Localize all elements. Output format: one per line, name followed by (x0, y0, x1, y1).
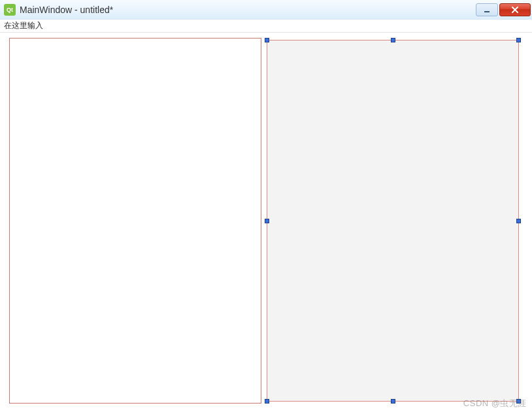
window-control-buttons (476, 3, 531, 16)
left-empty-widget[interactable] (9, 38, 261, 404)
close-icon (511, 6, 519, 14)
designer-canvas[interactable]: CSDN @虫无涯 (0, 33, 532, 412)
svg-rect-0 (484, 11, 490, 12)
resize-handle-bottom-left[interactable] (265, 399, 269, 404)
titlebar: Qt MainWindow - untitled* (0, 0, 532, 20)
resize-handle-top-middle[interactable] (391, 38, 395, 42)
menu-input-placeholder[interactable]: 在这里输入 (3, 20, 44, 31)
resize-handle-bottom-middle[interactable] (391, 399, 395, 404)
resize-handle-middle-left[interactable] (265, 219, 269, 223)
resize-handle-top-left[interactable] (265, 38, 269, 42)
right-selected-widget[interactable] (265, 38, 521, 404)
resize-handle-top-right[interactable] (516, 38, 521, 42)
minimize-button[interactable] (476, 3, 498, 16)
resize-handle-middle-right[interactable] (516, 219, 521, 223)
close-button[interactable] (499, 3, 531, 16)
resize-handle-bottom-right[interactable] (516, 399, 521, 404)
minimize-icon (483, 6, 491, 14)
menubar[interactable]: 在这里输入 (0, 20, 532, 33)
qt-app-icon: Qt (4, 4, 16, 16)
selection-outline (267, 40, 519, 402)
window-title: MainWindow - untitled* (20, 5, 476, 15)
